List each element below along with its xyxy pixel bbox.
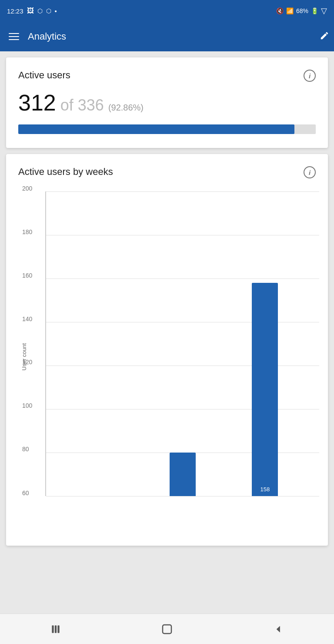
home-button[interactable]: [156, 618, 178, 640]
bar-week-3-label: 158: [260, 486, 270, 493]
status-bar-right: 🔇 📶 68% 🔋 ▽: [276, 6, 327, 16]
hamburger-line: [9, 39, 19, 40]
svg-rect-3: [163, 625, 171, 634]
chart-inner: 200 180 160 140 120 100 80 60: [45, 191, 319, 496]
edit-fab-button[interactable]: [315, 26, 334, 45]
bar-group-3: 158: [224, 283, 306, 496]
hamburger-button[interactable]: [9, 33, 19, 40]
active-users-count: 312: [18, 90, 56, 116]
active-users-card: Active users i 312 of 336 (92.86%): [6, 57, 328, 148]
active-users-by-weeks-title: Active users by weeks: [18, 166, 113, 178]
active-users-by-weeks-header: Active users by weeks i: [6, 166, 328, 178]
back-icon: [273, 624, 284, 635]
home-icon: [160, 623, 174, 636]
duet-icon: ⬡: [37, 7, 43, 14]
active-users-card-header: Active users i: [18, 70, 316, 82]
teams-icon: ⬡: [46, 7, 51, 14]
active-users-stat-row: 312 of 336 (92.86%): [18, 90, 316, 116]
hamburger-line: [9, 33, 19, 34]
bar-week-2: [170, 453, 196, 496]
svg-rect-1: [55, 625, 57, 633]
app-bar: Analytics: [0, 22, 334, 51]
y-axis-label: User count: [21, 343, 27, 371]
status-bar-left: 12:23 🖼 ⬡ ⬡ •: [7, 7, 57, 15]
active-users-title: Active users: [18, 70, 70, 81]
grid-line-60: 60: [46, 496, 319, 496]
battery-icon: 🔋: [311, 7, 318, 14]
active-users-of: of: [60, 96, 73, 114]
status-bar: 12:23 🖼 ⬡ ⬡ • 🔇 📶 68% 🔋 ▽: [0, 0, 334, 22]
time-display: 12:23: [7, 7, 23, 15]
bars-area: 158: [46, 191, 319, 496]
grid-label-200: 200: [22, 185, 32, 192]
hamburger-line: [9, 36, 19, 37]
bar-week-3: 158: [252, 283, 278, 496]
active-users-progress-fill: [18, 124, 294, 134]
grid-label-120: 120: [22, 359, 32, 366]
grid-label-80: 80: [22, 446, 29, 453]
gallery-icon: 🖼: [27, 7, 34, 15]
filter-icon: ▽: [321, 6, 327, 16]
active-users-info-button[interactable]: i: [304, 70, 316, 82]
chart-container: User count 200 180 160 140 120 100: [6, 191, 328, 522]
bottom-nav: [0, 614, 334, 644]
active-users-progress-track: [18, 124, 316, 134]
wifi-icon: 📶: [286, 7, 294, 14]
grid-label-100: 100: [22, 402, 32, 409]
grid-label-180: 180: [22, 228, 32, 235]
active-users-by-weeks-card: Active users by weeks i User count 200 1…: [6, 154, 328, 546]
grid-label-160: 160: [22, 272, 32, 279]
dot-icon: •: [55, 7, 57, 15]
back-button[interactable]: [267, 618, 289, 640]
svg-rect-2: [57, 625, 59, 633]
grid-label-60: 60: [22, 490, 29, 496]
bar-group-2: [141, 453, 224, 496]
svg-rect-0: [52, 625, 53, 633]
active-users-by-weeks-info-button[interactable]: i: [304, 166, 316, 178]
grid-label-140: 140: [22, 315, 32, 322]
recent-apps-icon: [50, 624, 61, 635]
recent-apps-button[interactable]: [45, 618, 67, 640]
active-users-total: 336: [78, 96, 104, 114]
active-users-percent: (92.86%): [108, 103, 144, 113]
mute-icon: 🔇: [276, 7, 284, 14]
app-title: Analytics: [28, 31, 66, 42]
edit-icon: [320, 31, 329, 40]
battery-text: 68%: [296, 7, 308, 14]
